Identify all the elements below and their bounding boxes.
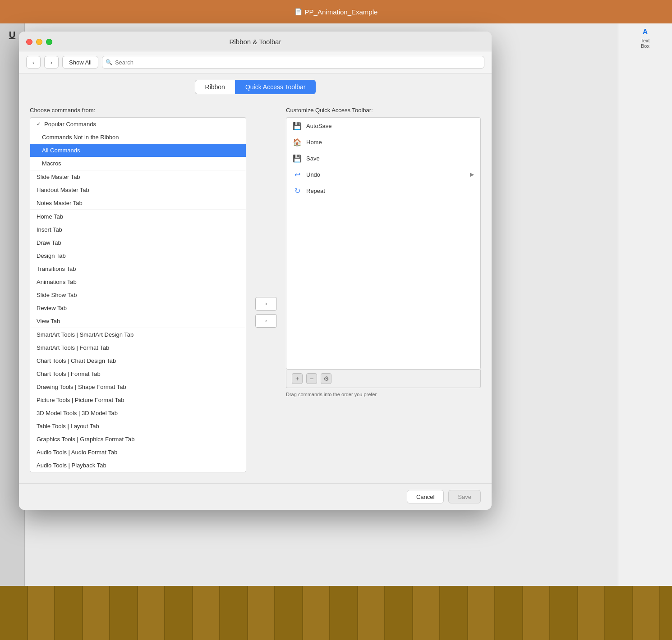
list-item-picture-format[interactable]: Picture Tools | Picture Format Tab: [30, 393, 246, 407]
customize-label: Customize Quick Access Toolbar:: [286, 107, 481, 114]
list-item-animations-tab[interactable]: Animations Tab: [30, 275, 246, 288]
toolbar-list: 💾 AutoSave 🏠 Home 💾 Save ↩ Undo ▶: [286, 117, 481, 370]
list-item-draw-tab[interactable]: Draw Tab: [30, 236, 246, 249]
remove-from-toolbar-button[interactable]: ‹: [255, 314, 277, 328]
list-item-transitions-tab[interactable]: Transitions Tab: [30, 262, 246, 275]
ribbon-toolbar-dialog: Ribbon & Toolbar ‹ › Show All 🔍 Ribbon Q…: [19, 32, 492, 510]
list-item-audio-playback[interactable]: Audio Tools | Playback Tab: [30, 459, 246, 472]
search-input[interactable]: [102, 56, 484, 69]
forward-button[interactable]: ›: [44, 56, 59, 69]
list-item-popular-commands[interactable]: Popular Commands: [30, 118, 246, 131]
toolbar-item-home[interactable]: 🏠 Home: [286, 134, 480, 150]
repeat-icon: ↻: [293, 186, 302, 195]
list-item-design-tab[interactable]: Design Tab: [30, 249, 246, 262]
save-label: Save: [306, 155, 320, 162]
show-all-button[interactable]: Show All: [62, 56, 98, 69]
search-wrapper: 🔍: [102, 56, 484, 69]
cancel-button[interactable]: Cancel: [407, 490, 444, 503]
list-section-4: SmartArt Tools | SmartArt Design Tab Sma…: [30, 328, 246, 472]
list-item-handout-master-tab[interactable]: Handout Master Tab: [30, 183, 246, 197]
close-button[interactable]: [26, 39, 32, 45]
toolbar-item-repeat[interactable]: ↻ Repeat: [286, 183, 480, 199]
app-title: PP_Animation_Example: [305, 8, 378, 16]
file-icon: 📄: [295, 8, 302, 15]
undo-submenu-arrow: ▶: [470, 171, 474, 178]
list-item-review-tab[interactable]: Review Tab: [30, 302, 246, 315]
list-item-3d-model[interactable]: 3D Model Tools | 3D Model Tab: [30, 407, 246, 420]
side-panel-right-letter: A: [643, 28, 648, 36]
add-to-toolbar-button[interactable]: ›: [255, 297, 277, 311]
drag-hint: Drag commands into the order you prefer: [286, 392, 481, 397]
dialog-title: Ribbon & Toolbar: [230, 38, 281, 46]
right-panel: Customize Quick Access Toolbar: 💾 AutoSa…: [286, 107, 481, 472]
wooden-floor: [0, 586, 672, 640]
remove-item-button[interactable]: −: [306, 373, 317, 384]
dialog-titlebar: Ribbon & Toolbar: [19, 32, 492, 51]
center-arrows: › ‹: [253, 152, 279, 472]
tab-row: Ribbon Quick Access Toolbar: [19, 73, 492, 100]
back-button[interactable]: ‹: [26, 56, 41, 69]
toolbar-item-undo[interactable]: ↩ Undo ▶: [286, 166, 480, 183]
list-item-insert-tab[interactable]: Insert Tab: [30, 223, 246, 236]
toolbar-item-autosave[interactable]: 💾 AutoSave: [286, 118, 480, 134]
list-section-1: Popular Commands Commands Not in the Rib…: [30, 118, 246, 170]
tab-quick-access[interactable]: Quick Access Toolbar: [235, 80, 316, 94]
list-item-smartart-design[interactable]: SmartArt Tools | SmartArt Design Tab: [30, 328, 246, 341]
left-panel: Choose commands from: Popular Commands C…: [30, 107, 246, 472]
side-panel-right: A TextBox: [618, 23, 672, 640]
toolbar-item-save[interactable]: 💾 Save: [286, 150, 480, 166]
app-background: U A TextBox Ribbon & Toolbar ‹ › Show Al…: [0, 23, 672, 640]
undo-label: Undo: [306, 171, 320, 178]
list-item-home-tab[interactable]: Home Tab: [30, 210, 246, 223]
settings-button[interactable]: ⚙: [321, 373, 331, 384]
title-bar-text: 📄 PP_Animation_Example: [295, 8, 378, 16]
minimize-button[interactable]: [36, 39, 42, 45]
list-section-2: Slide Master Tab Handout Master Tab Note…: [30, 170, 246, 210]
add-item-button[interactable]: +: [292, 373, 303, 384]
dialog-footer: Cancel Save: [19, 483, 492, 510]
list-item-table-layout[interactable]: Table Tools | Layout Tab: [30, 420, 246, 433]
commands-label: Choose commands from:: [30, 107, 246, 114]
toolbar-row: ‹ › Show All 🔍: [19, 51, 492, 73]
home-label: Home: [306, 139, 322, 146]
autosave-icon: 💾: [293, 121, 302, 130]
maximize-button[interactable]: [46, 39, 52, 45]
underline-button[interactable]: U: [5, 28, 19, 42]
undo-icon: ↩: [293, 170, 302, 179]
list-item-slide-master-tab[interactable]: Slide Master Tab: [30, 170, 246, 183]
list-item-chart-format[interactable]: Chart Tools | Format Tab: [30, 367, 246, 380]
list-item-audio-format[interactable]: Audio Tools | Audio Format Tab: [30, 446, 246, 459]
list-section-3: Home Tab Insert Tab Draw Tab Design Tab …: [30, 210, 246, 328]
traffic-lights: [26, 39, 52, 45]
title-bar: 📄 PP_Animation_Example: [0, 0, 672, 23]
list-item-chart-design[interactable]: Chart Tools | Chart Design Tab: [30, 354, 246, 367]
tab-ribbon[interactable]: Ribbon: [195, 80, 235, 94]
autosave-label: AutoSave: [306, 123, 331, 129]
commands-list: Popular Commands Commands Not in the Rib…: [30, 117, 246, 472]
repeat-label: Repeat: [306, 187, 325, 194]
list-item-notes-master-tab[interactable]: Notes Master Tab: [30, 197, 246, 210]
save-icon: 💾: [293, 154, 302, 163]
content-area: Choose commands from: Popular Commands C…: [19, 100, 492, 483]
list-item-macros[interactable]: Macros: [30, 157, 246, 170]
list-item-graphics-format[interactable]: Graphics Tools | Graphics Format Tab: [30, 433, 246, 446]
toolbar-list-footer: + − ⚙: [286, 370, 481, 388]
list-item-view-tab[interactable]: View Tab: [30, 315, 246, 328]
side-panel-right-label: TextBox: [640, 38, 649, 49]
list-item-slide-show-tab[interactable]: Slide Show Tab: [30, 288, 246, 302]
list-item-commands-not-in-ribbon[interactable]: Commands Not in the Ribbon: [30, 131, 246, 144]
save-button[interactable]: Save: [448, 490, 481, 503]
home-icon: 🏠: [293, 137, 302, 146]
list-item-drawing-format[interactable]: Drawing Tools | Shape Format Tab: [30, 380, 246, 393]
list-item-all-commands[interactable]: All Commands: [30, 144, 246, 157]
list-item-smartart-format[interactable]: SmartArt Tools | Format Tab: [30, 341, 246, 354]
